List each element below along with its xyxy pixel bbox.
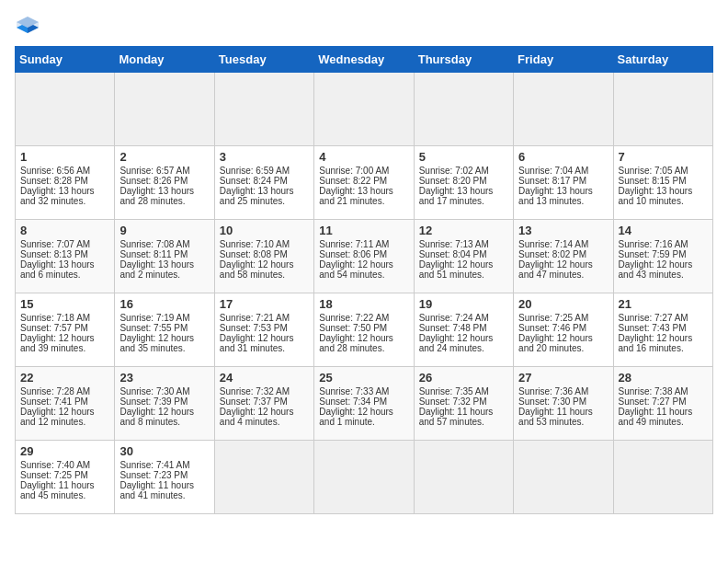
day-number: 8: [20, 224, 109, 237]
day-content-line: Sunset: 7:55 PM: [119, 323, 209, 333]
calendar-cell: 17Sunrise: 7:21 AMSunset: 7:53 PMDayligh…: [214, 293, 313, 367]
day-content-line: Sunset: 8:17 PM: [518, 176, 608, 186]
day-content-line: Sunset: 7:34 PM: [319, 396, 408, 407]
day-content-line: and 51 minutes.: [419, 270, 508, 280]
day-number: 18: [319, 297, 408, 311]
day-content-line: Sunrise: 7:10 AM: [220, 239, 309, 249]
day-content-line: and 12 minutes.: [20, 417, 109, 427]
calendar-cell: [115, 73, 214, 146]
week-row-5: 29Sunrise: 7:40 AMSunset: 7:25 PMDayligh…: [16, 441, 713, 514]
day-content-line: Sunset: 7:25 PM: [20, 470, 109, 480]
day-content-line: Sunset: 7:23 PM: [119, 470, 209, 480]
day-content-line: Sunrise: 7:07 AM: [20, 239, 109, 249]
day-content-line: and 20 minutes.: [518, 343, 608, 353]
day-content-line: Sunrise: 7:21 AM: [220, 313, 309, 323]
day-content-line: Sunrise: 7:30 AM: [119, 386, 209, 396]
day-content-line: Daylight: 12 hours: [20, 407, 109, 417]
day-content-line: Sunrise: 7:36 AM: [518, 386, 608, 396]
day-content-line: Sunrise: 7:05 AM: [619, 166, 708, 176]
day-content-line: Sunset: 8:13 PM: [20, 249, 109, 259]
calendar-cell: [314, 441, 414, 514]
page-header: [15, 15, 713, 35]
day-content-line: Daylight: 12 hours: [220, 407, 309, 417]
calendar-cell: 14Sunrise: 7:16 AMSunset: 7:59 PMDayligh…: [613, 220, 712, 293]
day-content-line: Sunset: 7:30 PM: [518, 396, 608, 407]
day-content-line: and 49 minutes.: [619, 417, 708, 427]
day-content-line: Sunset: 8:08 PM: [220, 249, 309, 259]
day-content-line: Daylight: 13 hours: [619, 186, 708, 196]
day-number: 15: [20, 297, 109, 311]
calendar-cell: 13Sunrise: 7:14 AMSunset: 8:02 PMDayligh…: [514, 220, 613, 293]
day-content-line: Daylight: 12 hours: [419, 259, 508, 270]
day-content-line: Sunset: 7:46 PM: [518, 323, 608, 333]
day-content-line: Daylight: 12 hours: [119, 333, 209, 343]
day-content-line: Sunset: 8:04 PM: [419, 249, 508, 259]
weekday-friday: Friday: [514, 47, 613, 73]
weekday-wednesday: Wednesday: [314, 47, 414, 73]
day-content-line: Sunrise: 7:33 AM: [319, 386, 408, 396]
day-content-line: Sunrise: 7:11 AM: [319, 239, 408, 249]
calendar-cell: 21Sunrise: 7:27 AMSunset: 7:43 PMDayligh…: [613, 293, 712, 367]
day-number: 25: [319, 371, 408, 385]
day-content-line: and 47 minutes.: [518, 270, 608, 280]
calendar-cell: 7Sunrise: 7:05 AMSunset: 8:15 PMDaylight…: [613, 146, 712, 220]
weekday-header-row: SundayMondayTuesdayWednesdayThursdayFrid…: [16, 47, 713, 73]
day-number: 12: [419, 224, 508, 237]
day-content-line: Daylight: 12 hours: [619, 259, 708, 270]
day-content-line: Daylight: 12 hours: [319, 407, 408, 417]
day-content-line: Daylight: 13 hours: [119, 186, 209, 196]
day-content-line: and 17 minutes.: [419, 196, 508, 206]
day-content-line: and 21 minutes.: [319, 196, 408, 206]
day-content-line: Sunset: 8:26 PM: [119, 176, 209, 186]
calendar-cell: 28Sunrise: 7:38 AMSunset: 7:27 PMDayligh…: [613, 367, 712, 441]
day-content-line: Sunset: 8:06 PM: [319, 249, 408, 259]
day-content-line: Sunrise: 7:04 AM: [518, 166, 608, 176]
day-number: 20: [518, 297, 608, 311]
day-content-line: Sunset: 7:37 PM: [220, 396, 309, 407]
calendar-cell: 16Sunrise: 7:19 AMSunset: 7:55 PMDayligh…: [115, 293, 214, 367]
day-content-line: and 58 minutes.: [220, 270, 309, 280]
day-number: 17: [220, 297, 309, 311]
day-number: 19: [419, 297, 508, 311]
day-number: 29: [20, 444, 109, 458]
day-content-line: Sunset: 7:39 PM: [119, 396, 209, 407]
day-number: 9: [119, 224, 209, 237]
weekday-tuesday: Tuesday: [214, 47, 313, 73]
day-number: 2: [119, 150, 209, 164]
calendar-cell: 15Sunrise: 7:18 AMSunset: 7:57 PMDayligh…: [16, 293, 115, 367]
day-content-line: Daylight: 12 hours: [220, 333, 309, 343]
day-content-line: Daylight: 11 hours: [518, 407, 608, 417]
day-content-line: and 13 minutes.: [518, 196, 608, 206]
day-content-line: Daylight: 11 hours: [20, 480, 109, 490]
weekday-thursday: Thursday: [414, 47, 513, 73]
day-content-line: Sunset: 7:32 PM: [419, 396, 508, 407]
day-content-line: and 10 minutes.: [619, 196, 708, 206]
day-content-line: Daylight: 13 hours: [419, 186, 508, 196]
calendar-cell: 29Sunrise: 7:40 AMSunset: 7:25 PMDayligh…: [16, 441, 115, 514]
day-content-line: Daylight: 13 hours: [220, 186, 309, 196]
calendar-cell: 30Sunrise: 7:41 AMSunset: 7:23 PMDayligh…: [115, 441, 214, 514]
day-content-line: Sunrise: 6:56 AM: [20, 166, 109, 176]
day-content-line: Sunrise: 7:19 AM: [119, 313, 209, 323]
day-content-line: Daylight: 12 hours: [119, 407, 209, 417]
calendar-cell: 18Sunrise: 7:22 AMSunset: 7:50 PMDayligh…: [314, 293, 414, 367]
day-content-line: Sunset: 7:41 PM: [20, 396, 109, 407]
day-content-line: Sunrise: 7:24 AM: [419, 313, 508, 323]
calendar-cell: 25Sunrise: 7:33 AMSunset: 7:34 PMDayligh…: [314, 367, 414, 441]
day-number: 21: [619, 297, 708, 311]
day-content-line: Sunset: 8:20 PM: [419, 176, 508, 186]
day-content-line: Daylight: 12 hours: [319, 333, 408, 343]
day-content-line: Sunset: 8:28 PM: [20, 176, 109, 186]
day-content-line: Daylight: 13 hours: [518, 186, 608, 196]
day-content-line: Sunrise: 7:02 AM: [419, 166, 508, 176]
day-content-line: and 1 minute.: [319, 417, 408, 427]
calendar-cell: [514, 441, 613, 514]
day-content-line: Sunrise: 7:13 AM: [419, 239, 508, 249]
day-content-line: Sunrise: 6:57 AM: [119, 166, 209, 176]
day-content-line: Daylight: 13 hours: [319, 186, 408, 196]
day-content-line: Sunrise: 7:08 AM: [119, 239, 209, 249]
day-content-line: and 54 minutes.: [319, 270, 408, 280]
day-content-line: Sunrise: 7:00 AM: [319, 166, 408, 176]
week-row-2: 8Sunrise: 7:07 AMSunset: 8:13 PMDaylight…: [16, 220, 713, 293]
day-content-line: Daylight: 13 hours: [20, 259, 109, 270]
